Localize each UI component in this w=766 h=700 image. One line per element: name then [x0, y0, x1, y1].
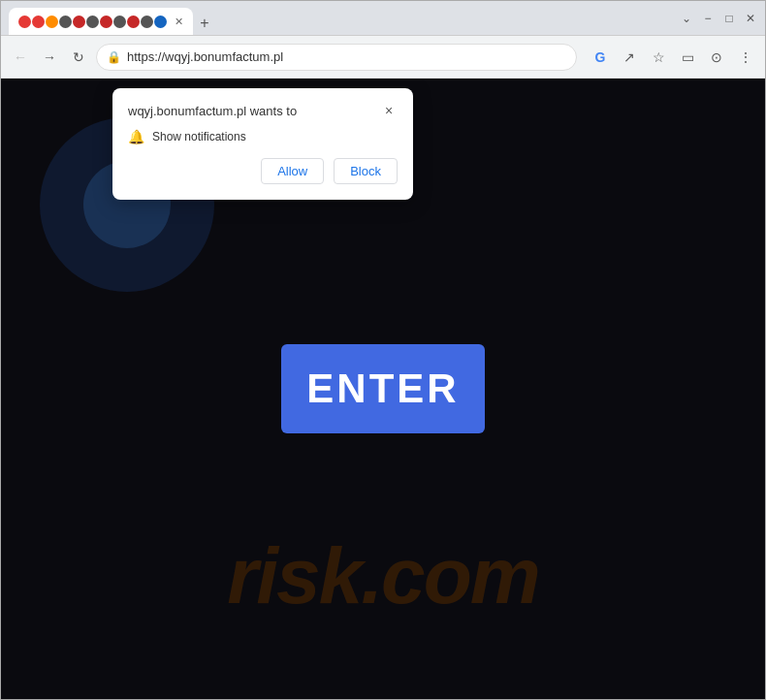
new-tab-button[interactable]: +: [193, 12, 216, 35]
popup-permission-row: 🔔 Show notifications: [128, 129, 398, 144]
tab-close-button[interactable]: ✕: [175, 16, 183, 28]
minimize-button[interactable]: −: [701, 12, 715, 25]
block-button[interactable]: Block: [334, 158, 398, 184]
address-bar: ← → ↻ 🔒 https://wqyj.bonumfactum.pl G ↗ …: [1, 36, 765, 79]
enter-button[interactable]: ENTER: [281, 344, 485, 433]
popup-close-button[interactable]: ×: [380, 102, 398, 119]
menu-icon[interactable]: ⋮: [734, 46, 757, 69]
bookmark-icon[interactable]: ☆: [647, 46, 670, 69]
tab-favicons: [18, 16, 167, 28]
permission-text: Show notifications: [152, 130, 246, 143]
notification-popup: wqyj.bonumfactum.pl wants to × 🔔 Show no…: [112, 88, 413, 200]
reload-button[interactable]: ↻: [67, 46, 90, 69]
page-content: risk.com ENTER wqyj.bonumfactum.pl wants…: [1, 79, 765, 699]
bell-icon: 🔔: [128, 129, 144, 144]
watermark-text: risk.com: [227, 530, 538, 621]
allow-button[interactable]: Allow: [261, 158, 324, 184]
profile-icon[interactable]: ⊙: [705, 46, 728, 69]
browser-window: ✕ + ⌄ − □ ✕ ← → ↻ 🔒 https://wqyj.bonumfa…: [0, 0, 766, 700]
url-display: https://wqyj.bonumfactum.pl: [127, 49, 566, 64]
popup-actions: Allow Block: [128, 158, 398, 184]
close-button[interactable]: ✕: [744, 12, 757, 25]
lock-icon: 🔒: [107, 50, 121, 64]
enter-label: ENTER: [306, 366, 459, 412]
toolbar-icons: G ↗ ☆ ▭ ⊙ ⋮: [589, 46, 757, 69]
title-bar: ✕ + ⌄ − □ ✕: [1, 1, 765, 36]
popup-header: wqyj.bonumfactum.pl wants to ×: [128, 102, 398, 119]
tab-search-button[interactable]: ⌄: [680, 12, 693, 25]
back-button[interactable]: ←: [9, 46, 32, 69]
share-icon[interactable]: ↗: [618, 46, 641, 69]
tab-strip: ✕ +: [9, 1, 676, 35]
forward-button[interactable]: →: [38, 46, 61, 69]
sidebar-icon[interactable]: ▭: [676, 46, 699, 69]
maximize-button[interactable]: □: [722, 12, 736, 25]
address-bar-input[interactable]: 🔒 https://wqyj.bonumfactum.pl: [96, 44, 577, 71]
popup-title: wqyj.bonumfactum.pl wants to: [128, 104, 297, 118]
watermark: risk.com: [1, 530, 765, 621]
window-controls: ⌄ − □ ✕: [680, 12, 757, 25]
google-icon[interactable]: G: [589, 46, 612, 69]
active-tab[interactable]: ✕: [9, 8, 193, 35]
